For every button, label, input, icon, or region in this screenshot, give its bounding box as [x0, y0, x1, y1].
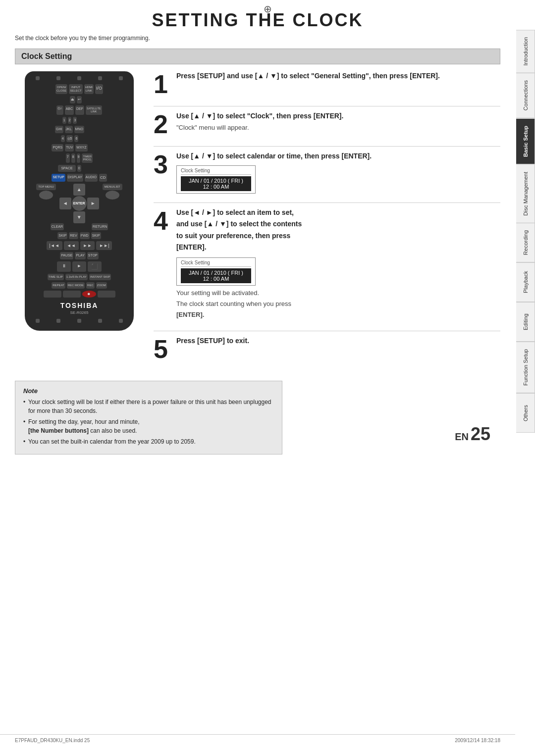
btn-8[interactable]: 8 — [71, 153, 75, 163]
tab-function-setup[interactable]: Function Setup — [516, 342, 535, 393]
btn-top-menu[interactable]: TOP MENU — [36, 184, 55, 190]
step-1-content: Press [SETUP] and use [▲ / ▼] to select … — [176, 71, 500, 83]
btn-2[interactable]: 2 — [68, 117, 72, 124]
note-item-1-text: Your clock setting will be lost if eithe… — [28, 399, 271, 414]
note-title: Note — [23, 387, 274, 395]
divider-2 — [154, 146, 500, 147]
tab-others[interactable]: Others — [516, 393, 535, 433]
btn-cd[interactable]: CD — [99, 174, 107, 182]
numpad-section: ⓪/: ABC DEF SATELLITELINK 1 2 3 GHI — [32, 105, 127, 172]
btn-input-select[interactable]: INPUTSELECT — [69, 84, 82, 94]
section-header: Clock Setting — [15, 49, 500, 64]
dpad-up-button[interactable]: ▲ — [73, 184, 85, 196]
btn-setup[interactable]: SETUP — [52, 174, 65, 182]
step-3-content: Use [▲ / ▼] to select calendar or time, … — [176, 151, 500, 194]
remote-dot-3 — [77, 76, 81, 80]
step-2-content: Use [▲ / ▼] to select "Clock", then pres… — [176, 111, 500, 134]
btn-timer-prog[interactable]: TIMERPROG. — [82, 153, 93, 163]
remote-dot-b2 — [56, 319, 60, 323]
dpad-down-button[interactable]: ▼ — [73, 211, 85, 223]
dpad-right-button[interactable]: ► — [87, 198, 99, 209]
remote-dot-1 — [36, 76, 40, 80]
btn-9[interactable]: 9 — [77, 153, 81, 163]
btn-jkl[interactable]: JKL — [65, 126, 73, 133]
btn-skip-prev[interactable]: |◄◄ — [47, 241, 62, 250]
step-4-note-2-text: The clock start counting when you press — [176, 300, 291, 307]
numpad-row-2: 1 2 3 — [32, 117, 127, 124]
btn-hdmi[interactable]: HDMILINK — [84, 84, 94, 94]
btn-clear[interactable]: CLEAR — [51, 223, 64, 230]
btn-7[interactable]: 7 — [66, 153, 70, 163]
btn-6[interactable]: 6 — [74, 135, 78, 142]
btn-audio[interactable]: AUDIO — [85, 174, 98, 182]
btn-space[interactable]: SPACE — [58, 165, 75, 172]
btn-display[interactable]: DISPLAY — [67, 174, 83, 182]
btn-abc[interactable]: ABC — [65, 105, 74, 115]
tab-playback[interactable]: Playback — [516, 262, 535, 302]
tab-editing[interactable]: Editing — [516, 302, 535, 342]
cs-label-2: Clock Setting — [181, 260, 251, 267]
numpad-row-6: 7 8 9 TIMERPROG. — [32, 153, 127, 163]
btn-rec[interactable]: ⏺ — [82, 291, 96, 298]
tab-disc-management[interactable]: Disc Management — [516, 164, 535, 223]
top-menu-section: TOP MENU — [36, 184, 55, 221]
dpad-left-button[interactable]: ◄ — [59, 198, 71, 209]
remote-column: OPEN/CLOSE INPUTSELECT HDMILINK I/O ⏏ ↩ — [15, 71, 144, 331]
btn-pause[interactable]: ⏸ — [57, 261, 71, 272]
btn-wxyz[interactable]: WXYZ — [75, 144, 87, 151]
instructions-column: 1 Press [SETUP] and use [▲ / ▼] to selec… — [154, 71, 500, 371]
btn-mno[interactable]: MNO — [74, 126, 84, 133]
note-item-2: For setting the day, year, hour and minu… — [23, 417, 274, 435]
footer-left: E7PFAUD_DR430KU_EN.indd 25 — [15, 738, 90, 743]
btn-rec-mode[interactable] — [63, 291, 81, 298]
btn-0-colon[interactable]: ⓪/: — [56, 105, 63, 115]
btn-return[interactable]: RETURN — [92, 223, 108, 230]
tab-recording[interactable]: Recording — [516, 223, 535, 262]
remote-bottom-dots — [32, 319, 127, 323]
btn-stop[interactable]: ⬛ — [88, 261, 102, 272]
btn-rewind[interactable]: ◄◄ — [64, 241, 79, 250]
top-menu-circle — [39, 191, 53, 200]
btn-sat-link[interactable]: SATELLITELINK — [86, 105, 102, 115]
btn-return-arrow[interactable]: ↩ — [77, 96, 82, 103]
btn-enter[interactable]: ENTER — [72, 196, 87, 211]
function-buttons-row: ⏺ — [32, 291, 127, 298]
note-item-2-bold: [the Number buttons] — [28, 427, 89, 434]
tab-connections[interactable]: Connections — [516, 73, 535, 118]
btn-skip-next[interactable]: ►►| — [96, 241, 112, 250]
btn-fast-forward[interactable]: ►► — [80, 241, 95, 250]
btn-zero[interactable]: 0 — [77, 165, 81, 172]
btn-zoom[interactable] — [98, 291, 115, 298]
btn-def[interactable]: DEF — [75, 105, 84, 115]
btn-power[interactable]: I/O — [95, 84, 103, 94]
btn-pqrs[interactable]: PQRS — [52, 144, 63, 151]
brand-name: TOSHIBA — [32, 302, 127, 309]
btn-open-close[interactable]: OPEN/CLOSE — [55, 84, 67, 94]
step-3: 3 Use [▲ / ▼] to select calendar or time… — [154, 151, 500, 194]
menu-list-section: MENU/LIST — [103, 184, 122, 221]
menu-list-circle — [106, 191, 119, 200]
btn-3[interactable]: 3 — [73, 117, 77, 124]
clear-return-row: CLEAR RETURN — [32, 223, 127, 230]
btn-5[interactable]: ◎5 — [66, 135, 73, 142]
btn-repeat[interactable] — [44, 291, 61, 298]
btn-play[interactable]: ► — [72, 261, 86, 272]
btn-ghi[interactable]: GHI — [55, 126, 63, 133]
transport-row-2: |◄◄ ◄◄ ►► ►►| — [32, 241, 127, 250]
menu-row: TOP MENU ▲ ▼ ◄ ► ENTER M — [32, 184, 127, 221]
btn-empty-1 — [83, 96, 85, 103]
btn-4[interactable]: 4 — [61, 135, 65, 142]
btn-pause-label: PAUSE — [60, 252, 73, 259]
btn-eject[interactable]: ⏏ — [70, 96, 75, 103]
btn-menu-list[interactable]: MENU/LIST — [103, 184, 122, 190]
step-4: 4 Use [◄ / ►] to select an item to set, … — [154, 208, 500, 322]
tab-introduction[interactable]: Introduction — [516, 30, 535, 73]
empty-space — [78, 117, 96, 124]
remote-row-2: ⏏ ↩ — [32, 96, 127, 103]
tab-basic-setup[interactable]: Basic Setup — [516, 118, 535, 164]
btn-rec-label: REC — [86, 282, 95, 289]
dpad-area: ▲ ▼ ◄ ► ENTER — [59, 184, 99, 221]
note-list: Your clock setting will be lost if eithe… — [23, 398, 274, 446]
btn-1[interactable]: 1 — [62, 117, 66, 124]
btn-tuv[interactable]: TUV — [65, 144, 74, 151]
